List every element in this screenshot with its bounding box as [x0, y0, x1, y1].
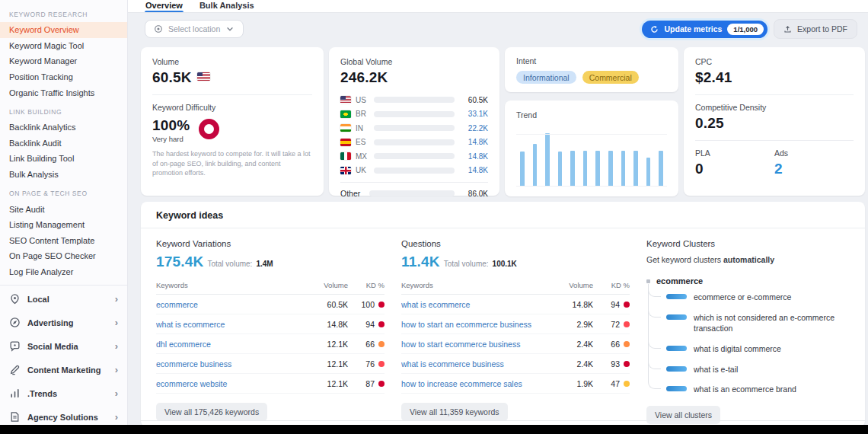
- location-selector[interactable]: Select location: [145, 20, 244, 38]
- trend-bar: [545, 133, 550, 186]
- sidebar-item-position-tracking[interactable]: Position Tracking: [0, 69, 127, 85]
- sidebar-menu-label: .Trends: [27, 389, 57, 398]
- mx-flag-icon: [340, 152, 351, 160]
- keyword-link[interactable]: what is ecommerce: [401, 300, 555, 309]
- chat-bubble-icon: [9, 340, 21, 352]
- country-volume-value: 14.8K: [459, 166, 488, 174]
- sidebar-menu-social-media[interactable]: Social Media›: [0, 334, 127, 358]
- cluster-bar-icon: [666, 294, 687, 299]
- ads-value: 2: [774, 161, 854, 177]
- country-code: UK: [356, 166, 369, 174]
- competitive-density-value: 0.25: [695, 115, 854, 132]
- kd-dot-icon: [624, 321, 630, 327]
- keyword-link[interactable]: what is ecommerce: [156, 320, 310, 329]
- keyword-link[interactable]: how to increase ecommerce sales: [401, 379, 555, 388]
- global-volume-card: Global Volume 246.2K US60.5KBR33.1KIN22.…: [329, 47, 499, 196]
- kd-dot-icon: [624, 341, 630, 347]
- sidebar-menu-content-marketing[interactable]: Content Marketing›: [0, 358, 127, 381]
- other-volume-value: 86.0K: [459, 190, 488, 198]
- tab-bulk-analysis[interactable]: Bulk Analysis: [199, 1, 255, 12]
- keyword-link[interactable]: ecommerce: [156, 300, 310, 309]
- cluster-item[interactable]: what is e-tail: [648, 359, 853, 380]
- cluster-item[interactable]: ecommerce or e-commerce: [648, 287, 853, 308]
- kd-dot-icon: [624, 302, 630, 308]
- country-volume-value: 22.2K: [459, 124, 488, 132]
- sidebar-menu-trends[interactable]: .Trends›: [0, 381, 127, 405]
- kd-value: 47: [611, 379, 620, 388]
- difficulty-gauge: [199, 119, 219, 139]
- tab-overview[interactable]: Overview: [145, 1, 183, 12]
- country-code: MX: [356, 152, 369, 161]
- main-content: OverviewBulk Analysis Select location Up…: [128, 0, 868, 434]
- view-all-clusters-button[interactable]: View all clusters: [646, 406, 720, 424]
- cluster-item[interactable]: which is not considered an e-commerce tr…: [648, 308, 853, 339]
- country-volume-row: IN22.2K: [340, 121, 488, 136]
- quota-badge: 1/1,000: [727, 24, 764, 35]
- view-all-variations-button[interactable]: View all 175,426 keywords: [156, 403, 267, 421]
- country-volume-value: 14.8K: [459, 138, 488, 146]
- export-to-pdf-button[interactable]: Export to PDF: [774, 19, 857, 39]
- keyword-volume: 12.1K: [310, 359, 348, 369]
- cpc-value: $2.41: [695, 69, 854, 86]
- kd-value: 66: [365, 340, 375, 349]
- keyword-link[interactable]: dhl ecommerce: [156, 340, 310, 349]
- country-volume-row: BR33.1K: [340, 107, 488, 122]
- sidebar-item-on-page-seo-checker[interactable]: On Page SEO Checker: [0, 248, 127, 264]
- keyword-volume: 12.1K: [310, 379, 348, 388]
- country-volume-list: US60.5KBR33.1KIN22.2KES14.8KMX14.8KUK14.…: [340, 93, 488, 177]
- country-volume-row: MX14.8K: [340, 149, 488, 164]
- keyword-link[interactable]: how to start an ecommerce business: [401, 320, 555, 329]
- cpc-label: CPC: [695, 57, 854, 66]
- trend-bar: [533, 144, 538, 186]
- sidebar-item-link-building-tool[interactable]: Link Building Tool: [0, 151, 127, 167]
- trend-bar: [595, 151, 600, 186]
- keyword-variations-table: ecommerce60.5K100what is ecommerce14.8K9…: [156, 295, 385, 394]
- table-row: how to increase ecommerce sales1.9K47: [401, 374, 630, 394]
- keyword-kd: 76: [348, 359, 385, 369]
- table-row: dhl ecommerce12.1K66: [156, 334, 385, 354]
- trend-bar: [633, 151, 638, 186]
- kd-column-header: KD %: [348, 281, 385, 289]
- keyword-link[interactable]: how to start ecommerce business: [401, 340, 555, 349]
- sidebar-menu-label: Local: [27, 295, 49, 304]
- keyword-difficulty-level: Very hard: [152, 135, 190, 143]
- card-divider: [695, 94, 854, 95]
- view-all-questions-button[interactable]: View all 11,359 keywords: [401, 403, 508, 421]
- keyword-kd: 66: [593, 340, 630, 349]
- sidebar-item-listing-management[interactable]: Listing Management: [0, 217, 127, 233]
- card-divider: [695, 140, 854, 141]
- kd-value: 94: [365, 320, 375, 329]
- sidebar-item-bulk-analysis[interactable]: Bulk Analysis: [0, 167, 127, 183]
- cluster-item[interactable]: what is digital commerce: [648, 339, 853, 359]
- sidebar-menu-advertising[interactable]: Advertising›: [0, 311, 127, 334]
- sidebar-item-site-audit[interactable]: Site Audit: [0, 201, 127, 217]
- sidebar-section-link-building: LINK BUILDING: [0, 101, 127, 120]
- location-selector-label: Select location: [168, 24, 220, 34]
- trend-bar: [659, 151, 663, 186]
- sidebar-item-log-file-analyzer[interactable]: Log File Analyzer: [0, 264, 127, 280]
- kd-column-header: KD %: [593, 281, 630, 289]
- keyword-ideas-panel: Keyword ideas Keyword Variations 175.4K …: [141, 202, 865, 427]
- keyword-kd: 94: [593, 300, 630, 309]
- keyword-difficulty-value: 100%: [152, 117, 190, 134]
- cpc-card: CPC $2.41 Competitive Density 0.25 PLA 0…: [684, 47, 865, 196]
- update-metrics-button[interactable]: Update metrics 1/1,000: [642, 21, 767, 38]
- sidebar-divider: [0, 285, 127, 286]
- sidebar-item-keyword-overview[interactable]: Keyword Overview: [0, 22, 127, 38]
- location-pin-icon: [9, 293, 21, 305]
- sidebar-item-backlink-analytics[interactable]: Backlink Analytics: [0, 120, 127, 136]
- cluster-root-bullet-icon: [646, 279, 650, 283]
- volume-bar: [374, 111, 455, 117]
- keyword-link[interactable]: ecommerce website: [156, 379, 310, 388]
- sidebar-item-keyword-magic-tool[interactable]: Keyword Magic Tool: [0, 38, 127, 54]
- cluster-bar-icon: [666, 346, 687, 351]
- sidebar-item-seo-content-template[interactable]: SEO Content Template: [0, 233, 127, 249]
- sidebar-item-organic-traffic-insights[interactable]: Organic Traffic Insights: [0, 85, 127, 101]
- sidebar-item-backlink-audit[interactable]: Backlink Audit: [0, 136, 127, 152]
- keyword-link[interactable]: what is ecommerce business: [401, 359, 555, 369]
- keyword-link[interactable]: ecommerce business: [156, 359, 310, 369]
- cluster-item[interactable]: what is an ecommerce brand: [648, 379, 853, 400]
- sidebar-menu-local[interactable]: Local›: [0, 287, 127, 311]
- sidebar-item-keyword-manager[interactable]: Keyword Manager: [0, 53, 127, 69]
- refresh-icon: [650, 25, 659, 34]
